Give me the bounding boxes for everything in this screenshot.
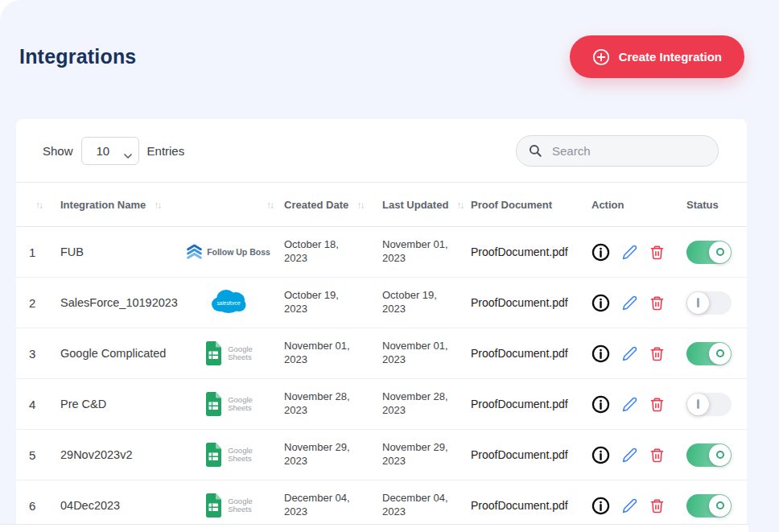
info-circle-icon — [591, 294, 610, 312]
page-size-select[interactable]: 10 — [81, 137, 139, 165]
up-down-arrows-icon[interactable]: ↑↓ — [154, 200, 160, 211]
column-header-last-updated[interactable]: Last Updated↑↓ — [376, 183, 464, 227]
status-cell — [680, 278, 747, 328]
column-header-row-index[interactable]: ↑↓ — [16, 183, 54, 227]
toggle-knob — [709, 444, 731, 466]
pencil-icon — [622, 295, 637, 311]
trash-icon — [649, 397, 665, 412]
google-sheets-logo: GoogleSheets — [185, 341, 271, 365]
info-circle-icon — [591, 344, 610, 363]
column-header-created-date[interactable]: Created Date↑↓ — [278, 183, 376, 227]
toggle-knob — [709, 343, 731, 365]
info-button[interactable] — [591, 446, 610, 464]
status-toggle[interactable] — [686, 241, 732, 264]
create-integration-label: Create Integration — [619, 50, 722, 64]
column-header-label: Integration Name — [60, 199, 146, 211]
provider-cell: GoogleSheets — [179, 379, 278, 430]
column-header-proof-document: Proof Document — [464, 183, 585, 227]
search-box[interactable] — [516, 135, 719, 167]
last-updated: October 19, 2023 — [376, 278, 464, 328]
toggle-knob — [687, 394, 709, 415]
integration-name: SalesForce_10192023 — [54, 278, 179, 328]
edit-button[interactable] — [622, 295, 637, 311]
toggle-knob — [687, 292, 709, 314]
up-down-arrows-icon[interactable]: ↑↓ — [357, 200, 363, 211]
provider-cell: Follow Up Boss — [179, 227, 278, 278]
edit-button[interactable] — [622, 498, 637, 513]
provider-label: GoogleSheets — [228, 447, 253, 463]
svg-text:salesforce: salesforce — [216, 300, 241, 306]
edit-button[interactable] — [622, 447, 637, 463]
pencil-icon — [622, 498, 637, 513]
google-sheets-file-icon — [204, 341, 224, 365]
show-label: Show — [43, 144, 73, 158]
provider-cell: GoogleSheets — [179, 430, 278, 480]
status-cell — [680, 379, 747, 430]
table-header-row: ↑↓Integration Name↑↓↑↓Created Date↑↓Last… — [16, 183, 747, 227]
edit-button[interactable] — [622, 346, 637, 361]
up-down-arrows-icon[interactable]: ↑↓ — [456, 200, 463, 211]
delete-button[interactable] — [649, 447, 665, 463]
plus-circle-icon — [592, 48, 610, 66]
delete-button[interactable] — [649, 346, 665, 361]
table-toolbar: Show 10 Entries — [16, 119, 747, 183]
delete-button[interactable] — [649, 397, 665, 412]
google-sheets-logo: GoogleSheets — [185, 392, 271, 416]
action-cell — [585, 227, 680, 278]
up-down-arrows-icon[interactable]: ↑↓ — [35, 200, 42, 211]
proof-document: ProofDocument.pdf — [464, 430, 585, 480]
create-integration-button[interactable]: Create Integration — [570, 35, 744, 78]
follow-up-boss-logo: Follow Up Boss — [185, 244, 271, 260]
trash-icon — [649, 245, 665, 260]
status-toggle[interactable] — [686, 494, 732, 518]
edit-button[interactable] — [622, 397, 637, 412]
table-row: 4 Pre C&D GoogleSheets November 28, 2023… — [16, 379, 747, 430]
page-title: Integrations — [19, 45, 136, 68]
column-header-label: Proof Document — [471, 199, 552, 211]
column-header-action: Action — [585, 183, 680, 227]
proof-document: ProofDocument.pdf — [464, 328, 585, 379]
delete-button[interactable] — [649, 245, 665, 260]
toggle-knob — [709, 241, 731, 263]
created-date: October 18, 2023 — [278, 227, 376, 278]
provider-label: GoogleSheets — [228, 497, 253, 513]
pencil-icon — [622, 397, 637, 412]
toggle-knob — [709, 495, 731, 517]
edit-button[interactable] — [622, 245, 637, 260]
info-button[interactable] — [591, 395, 610, 414]
magnifier-icon — [528, 143, 542, 158]
created-date: October 19, 2023 — [278, 278, 376, 328]
page-size-select-wrap: 10 — [81, 137, 139, 165]
column-header-label: Status — [686, 199, 719, 211]
info-circle-icon — [591, 243, 610, 262]
info-circle-icon — [591, 497, 610, 515]
follow-up-boss-chevrons-icon — [186, 244, 203, 260]
delete-button[interactable] — [649, 498, 665, 513]
up-down-arrows-icon[interactable]: ↑↓ — [266, 200, 273, 211]
info-button[interactable] — [591, 294, 610, 312]
info-button[interactable] — [591, 344, 610, 363]
info-circle-icon — [591, 395, 610, 414]
trash-icon — [649, 447, 665, 463]
status-toggle[interactable] — [686, 342, 732, 365]
status-toggle[interactable] — [686, 393, 732, 416]
pencil-icon — [622, 447, 637, 463]
row-index: 4 — [16, 379, 54, 430]
status-cell — [680, 328, 747, 379]
column-header-provider[interactable]: ↑↓ — [179, 183, 278, 227]
trash-icon — [649, 295, 665, 311]
entries-label: Entries — [147, 144, 185, 158]
info-button[interactable] — [591, 243, 610, 262]
delete-button[interactable] — [649, 295, 665, 311]
column-header-integration-name[interactable]: Integration Name↑↓ — [54, 183, 179, 227]
proof-document: ProofDocument.pdf — [464, 227, 585, 278]
provider-label: GoogleSheets — [228, 396, 253, 412]
status-toggle[interactable] — [686, 443, 732, 467]
page-size-control: Show 10 Entries — [43, 137, 184, 165]
provider-label: Follow Up Boss — [207, 247, 270, 257]
status-toggle[interactable] — [686, 291, 732, 315]
info-button[interactable] — [591, 497, 610, 515]
info-circle-icon — [591, 446, 610, 464]
search-input[interactable] — [550, 143, 707, 159]
row-index: 5 — [16, 430, 54, 480]
